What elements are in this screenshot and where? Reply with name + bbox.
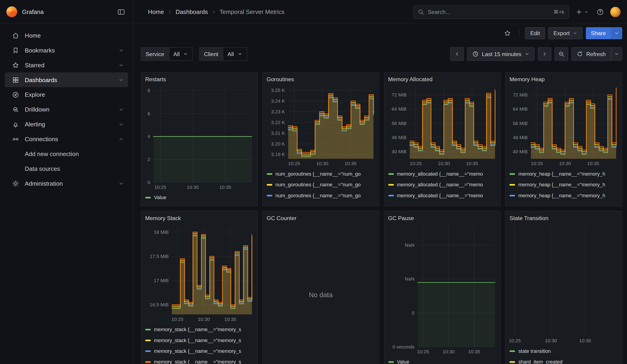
- svg-text:0 seconds: 0 seconds: [392, 344, 414, 349]
- chart-canvas: 0 seconds0NaNNaN10:2510:3010:35: [388, 223, 496, 356]
- legend-item[interactable]: memory_allocated {__name__="memo: [388, 201, 496, 203]
- legend-item[interactable]: memory_heap {__name__="memory_h: [510, 168, 618, 179]
- panel-title[interactable]: Restarts: [145, 75, 254, 84]
- legend-item[interactable]: num_goroutines {__name__="num_go: [266, 179, 375, 190]
- chevron-down-icon: [118, 181, 124, 186]
- share-dropdown-button[interactable]: [611, 27, 622, 39]
- panel-chart[interactable]: 0246810:2510:3010:35: [145, 84, 254, 191]
- panel-chart[interactable]: 40 MiB48 MiB56 MiB64 MiB72 MiB10:2510:30…: [388, 84, 496, 168]
- time-forward-button[interactable]: [538, 47, 552, 61]
- panel-title[interactable]: Goroutines: [266, 75, 375, 84]
- panel-title[interactable]: GC Pause: [388, 214, 496, 223]
- chart-canvas: 10:2510:3010:35: [510, 223, 618, 345]
- legend-item[interactable]: memory_stack {__name__="memory_s: [145, 357, 254, 364]
- legend-item[interactable]: memory_allocated {__name__="memo: [388, 190, 496, 201]
- legend-item[interactable]: memory_heap {__name__="memory_h: [510, 179, 618, 190]
- legend-item[interactable]: memory_stack {__name__="memory_s: [145, 324, 254, 335]
- legend-item[interactable]: memory_stack {__name__="memory_s: [145, 346, 254, 356]
- time-range-label: Last 15 minutes: [482, 51, 522, 57]
- svg-text:NaN: NaN: [405, 242, 414, 248]
- panel-legend: memory_allocated {__name__="memomemory_a…: [388, 168, 496, 203]
- svg-text:10:25: 10:25: [288, 161, 300, 166]
- collapse-sidebar-button[interactable]: [115, 6, 127, 18]
- legend-label: state transition: [518, 348, 551, 354]
- refresh-interval-dropdown[interactable]: [611, 47, 622, 61]
- sidebar-item-bookmarks[interactable]: Bookmarks: [5, 43, 128, 58]
- chart-canvas: 40 MiB48 MiB56 MiB64 MiB72 MiB10:2510:30…: [510, 84, 618, 168]
- breadcrumb-item-dashboards[interactable]: Dashboards: [176, 8, 208, 15]
- panel-title[interactable]: State Transition: [510, 214, 618, 223]
- panel-chart[interactable]: No data: [266, 223, 375, 364]
- legend-item[interactable]: num_goroutines {__name__="num_go: [266, 168, 375, 179]
- help-button[interactable]: [595, 5, 606, 18]
- refresh-button[interactable]: Refresh: [571, 47, 611, 61]
- apps-icon: [12, 76, 19, 84]
- export-button[interactable]: Export: [548, 27, 582, 39]
- variable-value-dropdown[interactable]: All: [169, 48, 192, 60]
- panel-memory-heap: Memory Heap40 MiB48 MiB56 MiB64 MiB72 Mi…: [505, 72, 622, 207]
- legend-swatch: [145, 339, 151, 341]
- legend-item[interactable]: Value: [145, 192, 254, 203]
- legend-item[interactable]: shard_item_created: [510, 357, 618, 364]
- legend-item[interactable]: num_goroutines {__name__="num_go: [266, 190, 375, 201]
- legend-swatch: [266, 173, 272, 175]
- add-menu-button[interactable]: [574, 5, 590, 18]
- brand-title: Grafana: [22, 8, 44, 15]
- legend-item[interactable]: state transition: [510, 346, 618, 356]
- star-icon: [504, 30, 511, 37]
- panel-title[interactable]: GC Counter: [266, 214, 375, 223]
- legend-item[interactable]: Value: [388, 357, 496, 364]
- panel-chart[interactable]: 40 MiB48 MiB56 MiB64 MiB72 MiB10:2510:30…: [510, 84, 618, 168]
- top-bar-main: HomeDashboardsTemporal Server Metrics Se…: [133, 0, 627, 23]
- layout: HomeBookmarksStarredDashboardsExploreDri…: [0, 24, 627, 364]
- legend-item[interactable]: num_goroutines {__name__="num_go: [266, 201, 375, 203]
- panel-title[interactable]: Memory Stack: [145, 214, 254, 223]
- time-back-button[interactable]: [450, 47, 464, 61]
- svg-text:8: 8: [148, 88, 150, 93]
- panel-left-icon: [117, 8, 125, 16]
- panel-chart[interactable]: 16.5 MiB17 MiB17.5 MiB18 MiB10:2510:3010…: [145, 223, 254, 323]
- edit-label: Edit: [530, 30, 540, 37]
- grafana-logo-icon[interactable]: [6, 6, 17, 17]
- sidebar-item-connections[interactable]: Connections: [5, 132, 128, 146]
- legend-item[interactable]: memory_allocated {__name__="memo: [388, 179, 496, 190]
- edit-button[interactable]: Edit: [525, 27, 545, 39]
- chevron-right-icon: [211, 9, 216, 14]
- sidebar-item-home[interactable]: Home: [5, 28, 128, 43]
- panel-memory-allocated: Memory Allocated40 MiB48 MiB56 MiB64 MiB…: [384, 72, 501, 207]
- variable-value-dropdown[interactable]: All: [223, 48, 247, 60]
- sidebar-item-starred[interactable]: Starred: [5, 58, 128, 73]
- user-avatar[interactable]: [610, 7, 621, 17]
- sidebar-item-alerting[interactable]: Alerting: [5, 117, 128, 132]
- breadcrumb-item-home[interactable]: Home: [148, 8, 164, 15]
- panel-chart[interactable]: 10:2510:3010:35: [510, 223, 618, 345]
- sidebar-item-drilldown[interactable]: Drilldown: [5, 102, 128, 117]
- search-input[interactable]: Search... ⌘+k: [413, 5, 569, 19]
- svg-text:10:30: 10:30: [545, 338, 557, 343]
- panel-title[interactable]: Memory Heap: [510, 75, 618, 84]
- share-button[interactable]: Share: [586, 27, 611, 39]
- sidebar-item-explore[interactable]: Explore: [5, 87, 128, 102]
- sidebar-item-data-sources[interactable]: Data sources: [5, 161, 128, 176]
- time-picker-button[interactable]: Last 15 minutes: [467, 47, 535, 61]
- zoom-out-button[interactable]: [555, 47, 568, 61]
- sidebar-item-dashboards[interactable]: Dashboards: [5, 72, 128, 87]
- favorite-button[interactable]: [501, 27, 514, 39]
- legend-item[interactable]: memory_allocated {__name__="memo: [388, 168, 496, 179]
- legend-item[interactable]: memory_stack {__name__="memory_s: [145, 335, 254, 346]
- breadcrumb-separator: [167, 9, 172, 14]
- panel-chart[interactable]: 3.19 K3.20 K3.21 K3.22 K3.23 K3.24 K3.25…: [266, 84, 375, 168]
- panel-chart[interactable]: 0 seconds0NaNNaN10:2510:3010:35: [388, 223, 496, 356]
- legend-swatch: [266, 195, 272, 196]
- panel-title[interactable]: Memory Allocated: [388, 75, 496, 84]
- divider: [519, 29, 520, 37]
- legend-item[interactable]: memory_heap {__name__="memory_h: [510, 201, 618, 203]
- sidebar-item-add-new-connection[interactable]: Add new connection: [5, 146, 128, 161]
- legend-swatch: [145, 197, 151, 198]
- clock-icon: [472, 51, 478, 57]
- breadcrumb-separator: [211, 9, 216, 14]
- breadcrumb-item-temporal-server-metrics[interactable]: Temporal Server Metrics: [219, 8, 285, 15]
- legend-item[interactable]: memory_heap {__name__="memory_h: [510, 190, 618, 201]
- sidebar-item-administration[interactable]: Administration: [5, 176, 128, 191]
- panel-memory-stack: Memory Stack16.5 MiB17 MiB17.5 MiB18 MiB…: [141, 211, 258, 364]
